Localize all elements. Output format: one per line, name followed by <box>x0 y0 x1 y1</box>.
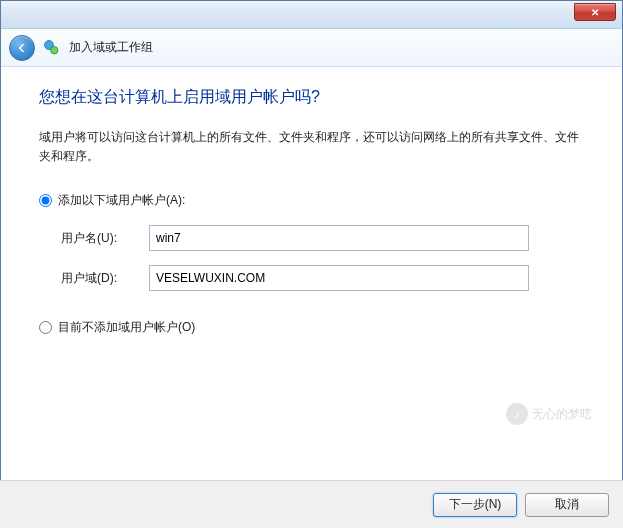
domain-row: 用户域(D): <box>61 265 584 291</box>
radio-add-user[interactable] <box>39 194 52 207</box>
option-add-user[interactable]: 添加以下域用户帐户(A): <box>39 192 584 209</box>
option-skip-user[interactable]: 目前不添加域用户帐户(O) <box>39 319 584 336</box>
close-icon: ✕ <box>591 7 599 18</box>
content-area: 您想在这台计算机上启用域用户帐户吗? 域用户将可以访问这台计算机上的所有文件、文… <box>1 67 622 477</box>
radio-skip-user[interactable] <box>39 321 52 334</box>
next-button[interactable]: 下一步(N) <box>433 493 517 517</box>
username-label: 用户名(U): <box>61 230 149 247</box>
close-button[interactable]: ✕ <box>574 3 616 21</box>
back-button[interactable] <box>9 35 35 61</box>
username-input[interactable] <box>149 225 529 251</box>
cancel-button[interactable]: 取消 <box>525 493 609 517</box>
back-arrow-icon <box>15 41 29 55</box>
titlebar: ✕ <box>1 1 622 29</box>
domain-label: 用户域(D): <box>61 270 149 287</box>
user-fields: 用户名(U): 用户域(D): <box>61 225 584 291</box>
description-text: 域用户将可以访问这台计算机上的所有文件、文件夹和程序，还可以访问网络上的所有共享… <box>39 128 584 166</box>
username-row: 用户名(U): <box>61 225 584 251</box>
footer-bar: 下一步(N) 取消 <box>0 480 623 528</box>
option-add-label: 添加以下域用户帐户(A): <box>58 192 185 209</box>
domain-input[interactable] <box>149 265 529 291</box>
wizard-icon <box>43 39 61 57</box>
watermark-text: 无心的梦呓 <box>532 406 592 423</box>
option-skip-label: 目前不添加域用户帐户(O) <box>58 319 195 336</box>
wizard-title: 加入域或工作组 <box>69 39 153 56</box>
wizard-header: 加入域或工作组 <box>1 29 622 67</box>
svg-point-1 <box>51 46 59 54</box>
watermark-icon: ♪ <box>506 403 528 425</box>
page-heading: 您想在这台计算机上启用域用户帐户吗? <box>39 87 584 108</box>
watermark: ♪ 无心的梦呓 <box>506 403 592 425</box>
